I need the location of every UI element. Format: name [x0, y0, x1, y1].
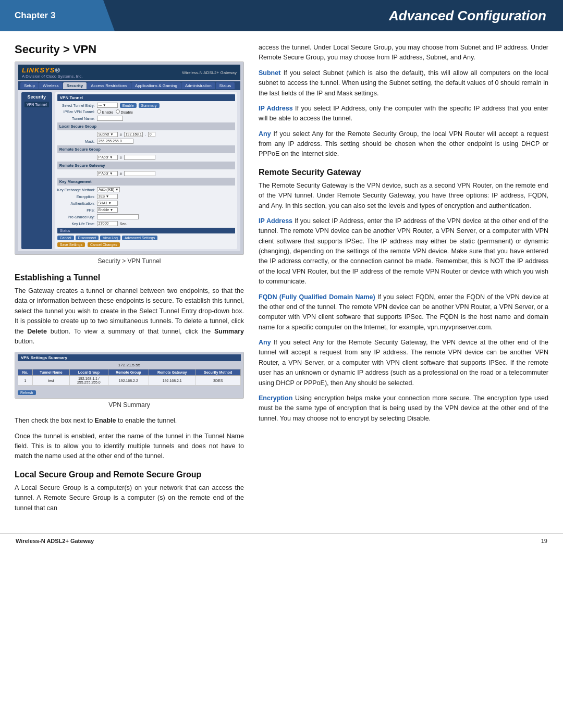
vpn-summary-ui: VPN Settings Summary 172.21.5.55 No. Tun…	[15, 352, 243, 398]
remote-ip-label: IP Address	[259, 217, 292, 225]
cell-remote-group: 192.168.2.2	[108, 376, 149, 386]
establishing-text: The Gateway creates a tunnel or channel …	[15, 286, 244, 347]
screenshot1-caption: Security > VPN Tunnel	[15, 257, 244, 265]
tab-wireless[interactable]: Wireless	[39, 82, 63, 89]
local-mask-label: Mask:	[57, 140, 95, 143]
table-row: 1 test 192.168.1.1 /255.255.255.0 192.16…	[18, 376, 241, 386]
remote-gw-dropdown[interactable]: P Addr ▼	[97, 171, 118, 176]
local-remote-text: A Local Secure Group is a computer(s) on…	[15, 483, 244, 513]
linksys-logo-bar: LINKSYS® A Division of Cisco Systems, In…	[18, 65, 240, 80]
local-mask-row: Mask: 255.255.255.0	[57, 139, 235, 144]
remote-gw-ip-label: #	[120, 172, 122, 176]
cancel-button[interactable]: Cancel	[57, 236, 74, 240]
tunnel-name-input[interactable]	[97, 116, 123, 121]
vpn-tunnel-screenshot: LINKSYS® A Division of Cisco Systems, In…	[15, 61, 244, 255]
vpn-tunnel-panel: VPN Tunnel Select Tunnel Entry: --- ▼ En…	[55, 92, 237, 249]
preshared-row: Pre-Shared Key:	[57, 214, 235, 219]
cancel-changes-button[interactable]: Cancel Changes	[88, 242, 120, 247]
establishing-title: Establishing a Tunnel	[15, 273, 244, 282]
disconnect-button[interactable]: Disconnect	[76, 236, 99, 240]
local-secure-group-header: Local Secure Group	[57, 122, 235, 130]
cell-remote-gateway: 192.168.2.1	[149, 376, 195, 386]
subnet-text: Subnet If you select Subnet (which is al…	[259, 68, 548, 98]
tab-status[interactable]: Status	[216, 82, 235, 89]
refresh-button[interactable]: Refresh	[18, 390, 36, 395]
local-type-dropdown[interactable]: Subnet ▼	[97, 132, 118, 137]
fqdn-label: FQDN (Fully Qualified Domain Name)	[259, 293, 375, 301]
sidebar-item-vpn[interactable]: VPN Tunnel	[25, 102, 49, 107]
remote-gateway-header: Remote Secure Gateway	[57, 162, 235, 169]
tunnel-name-text: Once the tunnel is enabled, enter the na…	[15, 431, 244, 462]
cell-no: 1	[18, 376, 33, 386]
enable-tunnel-text: Then check the box next to Enable to ena…	[15, 416, 244, 426]
chapter-text: Chapter 3	[15, 10, 55, 21]
key-lifetime-unit: Sec.	[120, 222, 127, 226]
key-exchange-label: Key Exchange Method:	[57, 188, 95, 192]
local-mask-input[interactable]: 255.255.255.0	[97, 139, 133, 144]
cell-local-group: 192.168.1.1 /255.255.255.0	[70, 376, 108, 386]
any-text: Any If you select Any for the Remote Sec…	[259, 129, 548, 159]
right-column: access the tunnel. Under Local Secure Gr…	[259, 43, 548, 519]
remote-any-text: Any If you select Any for the Remote Sec…	[259, 338, 548, 388]
pfs-row: PFS: Enable ▼	[57, 207, 235, 213]
linksys-subtitle: A Division of Cisco Systems, Inc.	[22, 74, 82, 79]
remote-gw-ip-input[interactable]	[124, 171, 155, 176]
pfs-dropdown[interactable]: Enable ▼	[97, 207, 118, 213]
remote-gateway-intro: The Remote Security Gateway is the VPN d…	[259, 181, 548, 211]
local-ip-last-input[interactable]: 0	[148, 132, 155, 137]
enable-button[interactable]: Enable	[120, 103, 137, 108]
encryption-dropdown[interactable]: 3ES ▼	[97, 194, 118, 199]
linksys-logo: LINKSYS®	[22, 66, 82, 74]
key-exchange-dropdown[interactable]: Auto (IKE) ▼	[97, 187, 120, 192]
tab-admin[interactable]: Administration	[181, 82, 215, 89]
ip-address-text: IP Address If you select IP Address, onl…	[259, 104, 548, 124]
remote-ip-label: #	[120, 156, 122, 159]
remote-type-dropdown[interactable]: P Addr ▼	[97, 155, 118, 160]
local-ip-label: #	[120, 133, 122, 137]
left-column: Security > VPN LINKSYS® A Division of Ci…	[15, 43, 244, 519]
remote-gateway-title: Remote Security Gateway	[259, 168, 548, 177]
cell-security-method: 3DES	[195, 376, 241, 386]
view-log-button[interactable]: View Log	[100, 236, 120, 240]
cell-tunnel-name: test	[32, 376, 70, 386]
tab-apps[interactable]: Applications & Gaming	[131, 82, 181, 89]
remote-gw-row: P Addr ▼ #	[57, 171, 235, 176]
any-label: Any	[259, 130, 271, 138]
local-ip-input[interactable]: 192.168.1	[124, 132, 143, 137]
linksys-model: Wireless-N ADSL2+ Gateway	[182, 70, 237, 75]
linksys-nav-bar[interactable]: Setup Wireless Security Access Restricti…	[18, 81, 240, 90]
col-local-group: Local Group	[70, 369, 108, 376]
section-title: Security > VPN	[15, 43, 244, 56]
remote-type-row: P Addr ▼ #	[57, 155, 235, 160]
advanced-settings-button[interactable]: Advanced Settings	[122, 236, 157, 240]
ip-address-label: IP Address	[259, 105, 293, 112]
col-remote-gateway: Remote Gateway	[149, 369, 195, 376]
remote-secure-group-header: Remote Secure Group	[57, 145, 235, 153]
key-mgmt-header: Key Management	[57, 178, 235, 186]
encryption-row: Encryption: 3ES ▼	[57, 194, 235, 199]
remote-ip-input[interactable]	[124, 155, 155, 160]
key-lifetime-input[interactable]: 27000	[97, 221, 118, 226]
tab-setup[interactable]: Setup	[20, 82, 39, 89]
linksys-ui-vpn: LINKSYS® A Division of Cisco Systems, In…	[15, 62, 243, 254]
ipsec-enable-radio[interactable]: Enable	[97, 109, 114, 114]
col-no: No.	[18, 369, 33, 376]
tab-security[interactable]: Security	[63, 82, 87, 89]
select-tunnel-dropdown[interactable]: --- ▼	[97, 103, 118, 108]
col-remote-group: Remote Group	[108, 369, 149, 376]
save-settings-button[interactable]: Save Settings	[57, 242, 85, 247]
preshared-input[interactable]	[97, 214, 139, 219]
ipsec-disable-radio[interactable]: Disable	[116, 109, 133, 114]
linksys-content-area: Security VPN Tunnel VPN Tunnel Select Tu…	[18, 90, 240, 251]
refresh-btn-wrap: Refresh	[18, 388, 241, 396]
select-tunnel-label: Select Tunnel Entry:	[57, 104, 95, 107]
footer-product: Wireless-N ADSL2+ Gateway	[16, 538, 94, 544]
summary-button[interactable]: Summary	[139, 103, 160, 108]
status-bar: Status	[57, 228, 235, 233]
remote-ip-text: IP Address If you select IP Address, ent…	[259, 216, 548, 287]
local-type-row: Subnet ▼ # 192.168.1 . 0	[57, 132, 235, 137]
auth-dropdown[interactable]: SHA1 ▼	[97, 201, 118, 206]
vpn-summary-table: No. Tunnel Name Local Group Remote Group…	[18, 369, 241, 386]
tab-access[interactable]: Access Restrictions	[87, 82, 131, 89]
screenshot2-caption: VPN Summary	[15, 401, 244, 409]
